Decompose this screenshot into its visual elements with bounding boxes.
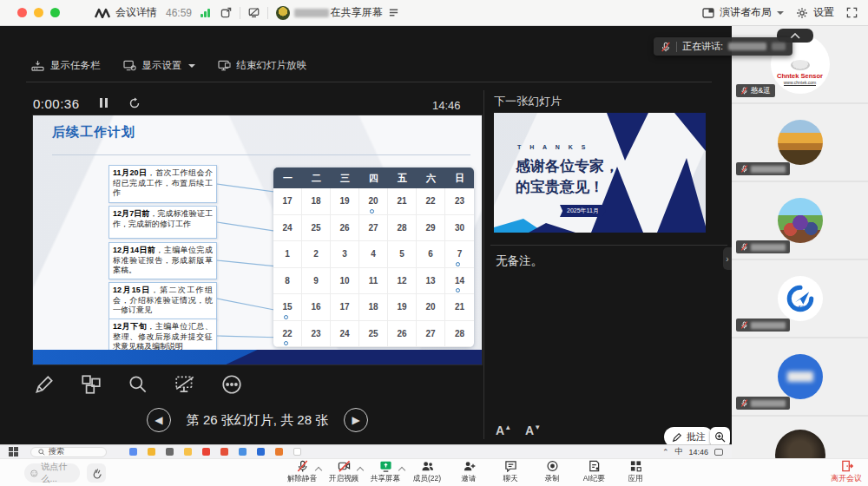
speaking-label: 正在讲话: bbox=[682, 40, 723, 53]
current-slide[interactable]: 后续工作计划 11月20日，首次工作组会介绍已完成工作，布置后续工作12月7日前… bbox=[33, 115, 482, 364]
show-taskbar-button[interactable]: 显示任务栏 bbox=[31, 59, 101, 72]
ime-indicator[interactable]: 中 bbox=[674, 446, 682, 457]
taskbar-app-icon[interactable] bbox=[166, 448, 174, 456]
search-icon bbox=[38, 449, 45, 456]
record-icon bbox=[546, 460, 559, 472]
calendar-day-cell: 23 bbox=[445, 188, 474, 215]
calendar-day-cell: 17 bbox=[273, 188, 302, 215]
invite-button[interactable]: 邀请 bbox=[448, 460, 490, 484]
calendar-day-cell: 26 bbox=[331, 215, 359, 242]
taskbar-app-icon[interactable] bbox=[148, 448, 155, 456]
record-button[interactable]: 录制 bbox=[531, 460, 573, 484]
chevron-up-icon[interactable] bbox=[358, 466, 363, 471]
expand-panel-tab[interactable]: › bbox=[723, 247, 732, 270]
pen-tool-button[interactable] bbox=[33, 373, 56, 396]
thanks-line2: 的宝贵意见！ bbox=[516, 177, 604, 197]
leave-door-icon bbox=[840, 460, 853, 472]
members-button[interactable]: 成员(22) bbox=[406, 460, 448, 484]
end-slideshow-button[interactable]: 结束幻灯片放映 bbox=[218, 59, 307, 72]
stop-share-icon[interactable] bbox=[248, 7, 260, 18]
traffic-lights[interactable] bbox=[17, 8, 60, 17]
pause-timer-button[interactable] bbox=[99, 95, 109, 111]
thanks-line1: 感谢各位专家， bbox=[516, 156, 619, 176]
chat-placeholder: 说点什么... bbox=[42, 461, 74, 485]
maximize-window-button[interactable] bbox=[50, 8, 60, 17]
next-slide-thumbnail[interactable]: T H A N K S 感谢各位专家， 的宝贵意见！ 2025年11月 bbox=[494, 113, 706, 233]
participant-name-badge bbox=[736, 319, 790, 332]
windows-search-input[interactable]: 搜索 bbox=[30, 447, 107, 457]
restart-timer-button[interactable] bbox=[128, 97, 141, 109]
minimize-window-button[interactable] bbox=[34, 8, 43, 17]
calendar-day-cell: 6 bbox=[417, 241, 445, 268]
taskbar-app-icon[interactable] bbox=[184, 448, 192, 456]
participant-name: 憨&逗 bbox=[751, 86, 771, 96]
share-list-icon[interactable] bbox=[388, 7, 399, 18]
taskbar-app-icon[interactable] bbox=[293, 448, 301, 456]
chevron-down-icon bbox=[777, 11, 784, 18]
tray-expand-icon[interactable]: ⌃ bbox=[662, 448, 669, 456]
participant-tile-5[interactable] bbox=[732, 338, 868, 415]
gear-icon bbox=[796, 7, 808, 19]
leave-meeting-label: 离开会议 bbox=[831, 473, 862, 484]
close-window-button[interactable] bbox=[17, 8, 27, 17]
ai-notes-button[interactable]: AI纪要 bbox=[573, 460, 615, 484]
increase-font-button[interactable]: A▲ bbox=[496, 424, 511, 437]
next-slide-button[interactable]: ▶ bbox=[344, 408, 368, 432]
previous-slide-button[interactable]: ◀ bbox=[147, 408, 171, 432]
meeting-bottom-bar: 说点什么... 解除静音 开启视频 共享屏幕 成员(22) 邀请 bbox=[0, 458, 868, 486]
participant-tile-2[interactable] bbox=[732, 104, 868, 181]
display-settings-button[interactable]: 显示设置 bbox=[123, 59, 195, 72]
taskbar-app-icon[interactable] bbox=[220, 448, 228, 456]
chevron-up-icon[interactable] bbox=[316, 466, 321, 471]
participant-tile-3[interactable] bbox=[732, 182, 868, 259]
weekday-label: 四 bbox=[359, 167, 388, 188]
system-tray[interactable]: ⌃ 中 14:46 bbox=[662, 446, 723, 457]
next-slide-label: 下一张幻灯片 bbox=[494, 94, 562, 109]
mic-off-icon bbox=[740, 87, 748, 95]
calendar-day-cell: 16 bbox=[302, 294, 331, 321]
notification-icon[interactable] bbox=[714, 449, 723, 456]
more-options-button[interactable] bbox=[220, 373, 243, 396]
taskbar-app-icon[interactable] bbox=[239, 448, 247, 456]
slide-sorter-button[interactable] bbox=[80, 373, 102, 396]
meeting-details-label: 会议详情 bbox=[115, 5, 157, 20]
participant-name-blurred bbox=[751, 166, 786, 173]
task-box-4: 12月15日，第二次工作组会，介绍标准验证情况，统一修订意见 bbox=[108, 282, 217, 319]
apps-button[interactable]: 应用 bbox=[615, 460, 656, 484]
windows-start-button[interactable] bbox=[9, 447, 18, 456]
leave-meeting-button[interactable]: 离开会议 bbox=[826, 460, 866, 484]
fullscreen-icon[interactable] bbox=[846, 7, 858, 18]
apps-icon bbox=[629, 460, 642, 472]
participant-tile-4[interactable]: AVIC bbox=[732, 260, 868, 337]
decrease-font-button[interactable]: A▼ bbox=[525, 424, 541, 437]
milestone-marker bbox=[370, 209, 374, 213]
calendar-day-cell: 11 bbox=[359, 268, 388, 295]
settings-button[interactable]: 设置 bbox=[813, 5, 834, 20]
weekday-label: 三 bbox=[331, 167, 359, 188]
calendar-day-cell: 18 bbox=[359, 294, 388, 321]
chat-button[interactable]: 聊天 bbox=[490, 460, 531, 484]
share-screen-button[interactable]: 共享屏幕 bbox=[365, 460, 406, 484]
black-screen-button[interactable] bbox=[174, 373, 196, 396]
sharer-avatar bbox=[276, 6, 290, 20]
start-video-button[interactable]: 开启视频 bbox=[323, 460, 365, 484]
pop-out-icon[interactable] bbox=[220, 7, 232, 18]
speaker-name-blurred bbox=[728, 43, 766, 50]
calendar-day-cell: 22 bbox=[273, 321, 302, 348]
taskbar-app-icon[interactable] bbox=[129, 448, 137, 456]
taskbar-app-icon[interactable] bbox=[275, 448, 283, 456]
participant-avatar bbox=[778, 120, 823, 165]
quick-chat-input[interactable]: 说点什么... bbox=[24, 463, 80, 483]
taskbar-app-icon[interactable] bbox=[202, 448, 210, 456]
zoom-tool-button[interactable] bbox=[127, 373, 149, 396]
calendar-day-cell: 19 bbox=[388, 294, 417, 321]
layout-button[interactable]: 演讲者布局 bbox=[720, 5, 772, 20]
calendar-day-cell: 12 bbox=[388, 268, 417, 295]
taskbar-app-icon[interactable] bbox=[257, 448, 265, 456]
participant-tile-6[interactable] bbox=[732, 417, 868, 458]
unmute-button[interactable]: 解除静音 bbox=[281, 460, 323, 484]
screen-share-icon bbox=[379, 460, 392, 472]
clap-reaction-button[interactable] bbox=[87, 463, 106, 483]
chevron-up-icon[interactable] bbox=[399, 466, 404, 471]
meeting-details-button[interactable]: 会议详情 bbox=[115, 5, 157, 20]
